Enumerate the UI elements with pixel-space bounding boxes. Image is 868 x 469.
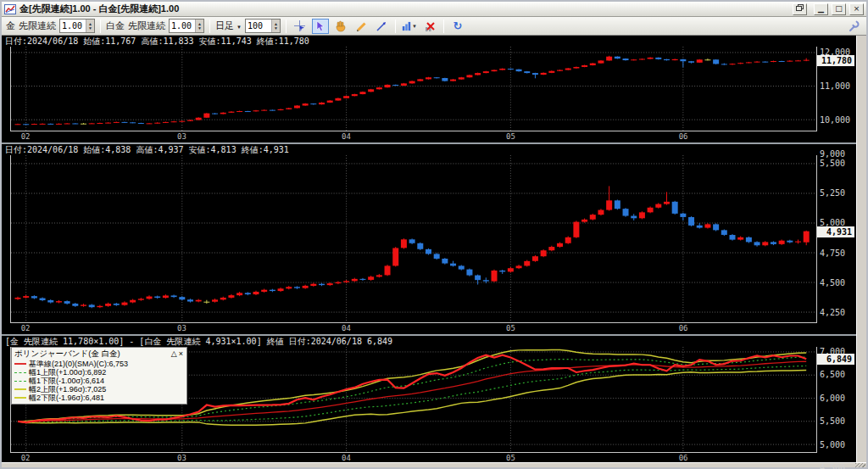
instrument2-name-label: 白金	[106, 20, 125, 32]
toolbar-separator	[286, 20, 287, 33]
x-tick-label: 05	[506, 454, 515, 462]
current-price-box: 4,931	[817, 226, 854, 237]
platinum-x-axis: 0203040506	[11, 323, 817, 334]
trendline-tool-icon[interactable]	[373, 19, 390, 34]
instrument2-multiplier-spinner[interactable]: ▲▼	[169, 19, 204, 33]
toolbar-separator	[100, 20, 101, 33]
period-dropdown[interactable]: 日足 ▼	[215, 20, 242, 32]
y-tick-label: 4,250	[820, 308, 845, 317]
legend-collapse-icon[interactable]: △	[170, 350, 178, 358]
current-price-box: 11,780	[817, 55, 854, 66]
float-window-button[interactable]	[793, 3, 807, 15]
x-tick-label: 04	[342, 324, 351, 332]
legend-close-icon[interactable]: ×	[178, 350, 184, 358]
legend-line-sample-icon	[14, 381, 26, 382]
platinum-y-axis: 5,5005,2505,0004,7504,5004,2504,931	[817, 144, 856, 334]
instrument2-multiplier-input[interactable]	[170, 20, 195, 32]
y-tick-label: 6,000	[820, 394, 845, 403]
window-title: 金[先限連続]1.00 - 白金[先限連続]1.00	[19, 3, 789, 15]
x-tick-label: 02	[21, 132, 31, 141]
instrument1-multiplier-spinner[interactable]: ▲▼	[59, 19, 95, 33]
legend-item: 幅2下限(-1.96σ):6,481	[14, 394, 184, 402]
x-tick-label: 05	[506, 324, 515, 332]
gold-y-axis: 12,00011,00010,0009,00011,780	[817, 36, 856, 142]
y-tick-label: 11,000	[820, 81, 850, 91]
spread-y-axis: 7,0006,5006,0005,5005,0004,5006,849	[817, 336, 856, 464]
y-tick-label: 5,500	[820, 159, 845, 168]
x-tick-label: 06	[679, 324, 688, 332]
platinum-candlestick-plot[interactable]	[10, 155, 817, 323]
x-tick-label: 02	[21, 324, 31, 332]
y-tick-label: 5,500	[820, 416, 845, 426]
instrument2-series-label: 先限連続	[128, 20, 165, 32]
y-tick-label: 4,750	[820, 248, 845, 258]
minimize-button[interactable]: ▁	[814, 3, 828, 15]
platinum-ohlc-info: 日付:2024/06/18 始値:4,838 高値:4,937 安値:4,813…	[2, 144, 817, 155]
right-gutter	[856, 36, 866, 462]
toolbar-separator	[395, 20, 396, 33]
select-tool-icon[interactable]	[312, 19, 329, 34]
x-tick-label: 06	[679, 132, 688, 141]
bar-count-spinner[interactable]: ▲▼	[245, 19, 281, 33]
legend-item-label: 幅2下限(-1.96σ):6,481	[29, 393, 104, 404]
gold-candlestick-plot[interactable]	[10, 47, 817, 131]
spread-info: [金 先限連続 11,780×1.00] - [白金 先限連続 4,931×1.…	[2, 336, 817, 347]
x-tick-label: 03	[177, 132, 186, 141]
charts-area: 日付:2024/06/18 始値:11,767 高値:11,833 安値:11,…	[2, 36, 866, 462]
resize-grip[interactable]	[855, 463, 865, 467]
legend-line-sample-icon	[14, 363, 26, 365]
gold-panel: 日付:2024/06/18 始値:11,767 高値:11,833 安値:11,…	[2, 36, 856, 142]
gold-ohlc-info: 日付:2024/06/18 始値:11,767 高値:11,833 安値:11,…	[2, 36, 817, 47]
x-tick-label: 04	[342, 454, 351, 462]
x-tick-label: 02	[21, 454, 31, 462]
x-tick-label: 03	[177, 454, 186, 462]
toolbar: 金 先限連続 ▲▼ 白金 先限連続 ▲▼ 日足 ▼ ▲▼	[2, 17, 866, 36]
toolbar-separator	[443, 20, 444, 33]
crosshair-tool-icon[interactable]	[292, 19, 309, 34]
y-tick-label: 5,000	[820, 440, 845, 449]
y-tick-label: 10,000	[820, 115, 850, 125]
titlebar: 金[先限連続]1.00 - 白金[先限連続]1.00 ▁ □ ×	[2, 2, 866, 17]
y-tick-label: 4,500	[820, 463, 845, 469]
refresh-icon[interactable]: ↻	[449, 19, 466, 34]
y-tick-label: 5,250	[820, 188, 845, 198]
delete-indicator-icon[interactable]	[421, 19, 438, 34]
spinner-arrows-icon[interactable]: ▲▼	[271, 20, 280, 32]
x-tick-label: 05	[506, 132, 515, 141]
spread-panel: [金 先限連続 11,780×1.00] - [白金 先限連続 4,931×1.…	[2, 334, 856, 464]
close-button[interactable]: ×	[849, 3, 864, 15]
instrument1-series-label: 先限連続	[19, 20, 56, 32]
hand-tool-icon[interactable]	[332, 19, 349, 34]
y-tick-label: 6,500	[820, 370, 845, 379]
y-tick-label: 4,500	[820, 278, 845, 288]
instrument1-name-label: 金	[6, 20, 15, 32]
x-tick-label: 03	[177, 324, 186, 332]
chart-app-icon	[4, 3, 16, 15]
legend-line-sample-icon	[14, 372, 26, 373]
maximize-button[interactable]: □	[832, 3, 846, 15]
legend-line-sample-icon	[14, 388, 26, 390]
pencil-tool-icon[interactable]	[353, 19, 370, 34]
spinner-arrows-icon[interactable]: ▲▼	[86, 20, 94, 32]
x-tick-label: 04	[342, 132, 351, 141]
bollinger-legend: ボリンジャーバンド(金 白金) △ × 基準線(21)(0)(SMA)(C):6…	[11, 347, 187, 405]
toolbar-separator	[209, 20, 210, 33]
chart-column: 日付:2024/06/18 始値:11,767 高値:11,833 安値:11,…	[2, 36, 856, 462]
settings-wrench-icon[interactable]	[845, 19, 862, 34]
x-tick-label: 06	[679, 454, 688, 462]
gold-x-axis: 0203040506	[11, 131, 817, 142]
current-price-box: 6,849	[817, 354, 854, 365]
bottom-strip	[2, 462, 866, 467]
legend-line-sample-icon	[14, 397, 26, 399]
spinner-arrows-icon[interactable]: ▲▼	[195, 20, 203, 32]
platinum-panel: 日付:2024/06/18 始値:4,838 高値:4,937 安値:4,813…	[2, 142, 856, 334]
instrument1-multiplier-input[interactable]	[60, 20, 86, 32]
chart-type-dropdown-icon[interactable]: ▼	[401, 19, 418, 34]
chart-window: 金[先限連続]1.00 - 白金[先限連続]1.00 ▁ □ × 金 先限連続 …	[0, 0, 868, 469]
bar-count-input[interactable]	[246, 20, 271, 32]
